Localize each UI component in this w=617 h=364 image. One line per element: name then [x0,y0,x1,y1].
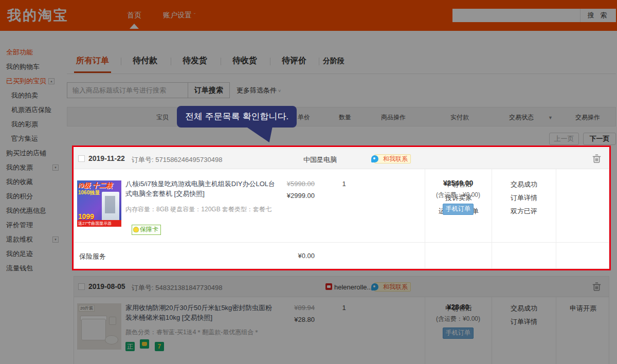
trade-status-cell: 交易成功 订单详情 [492,304,556,331]
amount-paid-cell: ¥2549.00 (含运费：¥0.00) 手机订单 [426,179,491,215]
amount-paid: ¥28.80 [426,303,491,311]
quantity-value: 1 [331,180,357,188]
sidebar-item-invoices[interactable]: 我的发票▼ [0,160,66,175]
consumer-protection-icon [140,339,149,349]
original-price: ¥89.94 [259,304,315,312]
amount-paid-cell: ¥28.80 (含运费：¥0.00) 手机订单 [426,303,491,339]
authentic-guarantee-icon: 正 [125,342,135,351]
order-2-number: 订单号: 548321381847730498 [132,283,222,293]
insurance-service-label: 保险服务 [79,252,106,261]
prev-page-button[interactable]: 上一页 [549,133,579,145]
order-2-checkbox[interactable] [78,283,85,290]
both-reviewed-status: 双方已评 [492,207,556,216]
tutorial-tooltip: 전체 주문목록 확인합니다. [177,106,297,128]
insurance-service-row: 保险服务 ¥0.00 [74,242,609,269]
tab-pending-review[interactable]: 待评价 [282,56,306,66]
scoop-graphic [105,335,118,344]
order-1-date: 2019-11-22 [88,154,125,162]
tab-pending-payment[interactable]: 待付款 [133,56,157,66]
column-header-quantity: 数量 [339,113,351,122]
sidebar-item-cart[interactable]: 我的购物车 [0,60,66,74]
tooltip-tail [246,126,273,142]
guarantee-badges: 正 7 [125,339,167,351]
order-2-body: 20斤装 家用收纳防潮20斤30斤50斤米缸5kg密封防虫面粉装米桶储米箱10k… [74,297,609,364]
tab-all-orders[interactable]: 所有订单 [76,56,109,66]
order-detail-link[interactable]: 订单详情 [492,317,556,326]
current-price: ¥28.80 [259,316,315,323]
top-header-bar: 我的淘宝 首页 账户设置ˇ 搜 索 [0,0,617,31]
order-detail-link[interactable]: 订单详情 [492,193,556,203]
tab-divider [221,58,221,65]
site-logo[interactable]: 我的淘宝 [7,6,69,25]
shop-icon [325,283,332,290]
nav-home-link[interactable]: 首页 [127,11,141,20]
column-header-trade-actions: 交易操作 [575,113,600,122]
tab-divider [171,58,171,65]
trade-success-status: 交易成功 [492,304,556,313]
rice-box-graphic [81,319,106,340]
warranty-card-badge[interactable]: 保障卡 [132,225,161,235]
sidebar-item-refund-rights[interactable]: 退款维权▼ [0,232,66,247]
order-1-delete-button[interactable] [592,154,601,163]
orders-table-header: 宝贝 单价 数量 商品操作 实付款 交易状态 ▼ 交易操作 [67,107,616,126]
tab-divider [319,58,319,65]
sidebar-item-auctions[interactable]: 我的拍卖 [0,88,66,103]
order-1-shop-name[interactable]: 中国星电脑 [303,155,337,165]
header-search-button[interactable]: 搜 索 [580,9,616,22]
pc-case-graphic [102,192,119,222]
product-image[interactable]: i9级 十二核 1060独显 1099 送27寸曲面显示器 [77,180,121,227]
tab-staged[interactable]: 分阶段 [323,57,344,66]
collapse-down-icon[interactable]: ▼ [52,165,59,171]
status-filter-dropdown-icon[interactable]: ▼ [548,115,553,120]
order-search-input[interactable] [67,82,188,98]
collapse-up-icon[interactable]: ▲ [48,78,55,84]
shipping-fee-note: (含运费：¥0.00) [426,191,491,199]
cup-graphic [109,317,116,325]
shipping-fee-note: (含运费：¥0.00) [426,315,491,323]
quantity-value: 1 [331,304,357,312]
product-image[interactable]: 20斤装 [77,303,121,350]
tab-divider [121,58,121,65]
sidebar-item-flight-hotel-insurance[interactable]: 机票酒店保险 [0,103,66,117]
sidebar-item-data-wallet[interactable]: 流量钱包 [0,261,66,276]
original-price: ¥5998.00 [259,180,315,188]
trash-icon [592,154,601,163]
request-invoice-link[interactable]: 申请开票 [556,304,610,313]
sidebar-item-lottery[interactable]: 我的彩票 [0,117,66,132]
order-2-header: 2019-08-05 订单号: 548321381847730498 helen… [74,277,609,297]
order-2-contact-seller-badge[interactable]: 和我联系 [374,282,411,292]
nav-account-settings[interactable]: 账户设置ˇ [163,11,195,20]
more-filters-link[interactable]: 更多筛选条件˅ [237,86,281,95]
sidebar-item-shops-visited[interactable]: 购买过的店铺 [0,146,66,160]
active-nav-pointer-icon [130,24,139,29]
order-2-date: 2019-08-05 [88,282,125,290]
chevron-down-icon: ˇ [194,13,195,19]
sidebar-item-official-consolidation[interactable]: 官方集运 [0,132,66,146]
order-search-button[interactable]: 订单搜索 [188,82,230,98]
next-page-button[interactable]: 下一页 [583,133,616,145]
sidebar-item-points[interactable]: 我的积分 [0,189,66,204]
collapse-down-icon[interactable]: ▼ [52,236,59,243]
sidebar-item-footprints[interactable]: 我的足迹 [0,247,66,261]
column-header-trade-status: 交易状态 [509,113,534,122]
sidebar-menu: 全部功能 我的购物车 已买到的宝贝▲ 我的拍卖 机票酒店保险 我的彩票 官方集运… [0,45,66,276]
sidebar-item-favorites[interactable]: 我的收藏 [0,175,66,189]
trade-status-cell: 交易成功 订单详情 双方已评 [492,180,556,220]
sidebar-item-coupons[interactable]: 我的优惠信息 [0,204,66,218]
sidebar-item-all-functions[interactable]: 全部功能 [0,45,66,60]
sidebar-item-purchased[interactable]: 已买到的宝贝▲ [0,74,66,88]
product-title-link[interactable]: 家用收纳防潮20斤30斤50斤米缸5kg密封防虫面粉装米桶储米箱10kg [交易… [125,303,276,323]
sidebar-item-review-management[interactable]: 评价管理 [0,218,66,232]
trade-success-status: 交易成功 [492,180,556,189]
order-2-delete-button[interactable] [592,282,601,292]
order-2-shop-name[interactable]: helenerolle... [334,283,372,291]
tab-pending-shipment[interactable]: 待发货 [183,56,207,66]
order-1-contact-seller-badge[interactable]: 和我联系 [374,154,411,163]
wangwang-chat-icon [371,283,378,290]
product-title-link[interactable]: 八核i5/i7独显吃鸡游戏电脑主机组装DIY办公LOL台式电脑全套整机 [交易快… [125,179,276,199]
header-search-input[interactable] [452,9,580,22]
mobile-order-badge: 手机订单 [443,327,474,339]
order-1-checkbox[interactable] [78,155,85,162]
seven-day-return-icon: 7 [155,342,164,351]
tab-pending-receipt[interactable]: 待收货 [232,56,257,66]
